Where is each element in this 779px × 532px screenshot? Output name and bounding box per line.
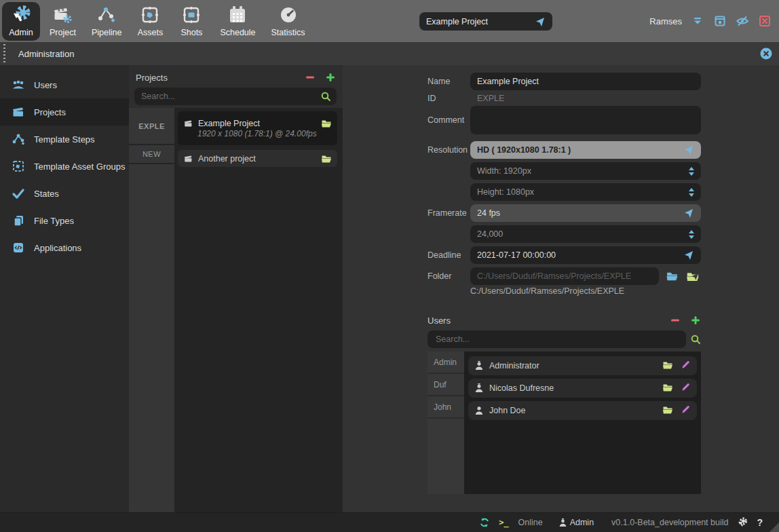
toolbar-tab-label: Statistics (271, 28, 305, 37)
current-project-selector[interactable]: Example Project (419, 12, 552, 31)
user-list-item[interactable]: John Doe (468, 401, 697, 420)
deadline-picker[interactable]: 2021-07-17 00:00:00 (470, 246, 701, 264)
daemon-status-label: Online (518, 518, 543, 527)
resolution-dropdown[interactable]: HD ( 1920x1080 1.78:1 ) (470, 141, 701, 159)
toolbar-tab-schedule[interactable]: Schedule (214, 2, 261, 41)
shot-frame-icon (181, 5, 202, 28)
pencil-icon (681, 404, 691, 415)
dropdown-cursor-icon (683, 208, 694, 218)
spin-down-arrow[interactable] (689, 235, 694, 239)
toolbar-tab-shots[interactable]: Shots (172, 2, 210, 41)
comment-input[interactable] (470, 106, 701, 134)
console-button[interactable]: >_ (499, 517, 510, 528)
help-button[interactable]: ? (757, 517, 763, 528)
open-folder-button[interactable] (685, 269, 701, 283)
projects-list-panel: Projects (129, 65, 343, 512)
main-toolbar: Admin Project (0, 0, 779, 42)
resize-grip[interactable] (770, 522, 779, 532)
spin-up-arrow[interactable] (689, 230, 694, 233)
sidebar-item-projects[interactable]: Projects (0, 98, 129, 126)
open-user-folder-button[interactable] (662, 405, 673, 417)
user-icon (558, 518, 567, 527)
width-spinbox[interactable]: Width: 1920px (470, 162, 701, 180)
admin-gear-arrow-icon (11, 5, 31, 28)
minus-icon (670, 315, 681, 326)
open-user-folder-button[interactable] (662, 360, 673, 372)
version-label: v0.1.0-Beta_development build (611, 518, 728, 527)
sidebar-item-template-steps[interactable]: Template Steps (0, 126, 129, 153)
user-item-name: John Doe (489, 406, 526, 415)
project-edit-panel: Name ID EXPLE Comment Resolution (343, 65, 779, 512)
window-tray-icon (714, 15, 726, 27)
asset-frame-icon (140, 5, 160, 28)
checkmark-icon (11, 187, 26, 200)
resolution-label: Resolution (428, 145, 470, 155)
search-icon (320, 91, 331, 102)
projects-search-input[interactable] (140, 91, 316, 102)
edit-user-button[interactable] (681, 404, 691, 417)
sidebar-item-users[interactable]: Users (0, 71, 129, 98)
folder-icon (321, 119, 332, 128)
name-label: Name (428, 77, 470, 86)
user-row-header[interactable]: John (428, 396, 464, 419)
height-spinbox[interactable]: Height: 1080px (470, 183, 701, 201)
spin-up-arrow[interactable] (689, 188, 694, 191)
quit-button[interactable] (758, 14, 772, 28)
add-project-button[interactable] (325, 72, 336, 83)
toolbar-tab-label: Assets (138, 28, 164, 37)
framerate-dropdown[interactable]: 24 fps (470, 204, 701, 222)
project-row-header[interactable]: NEW (129, 145, 174, 164)
open-user-folder-button[interactable] (662, 383, 673, 394)
folder-icon (662, 383, 673, 392)
edit-user-button[interactable] (681, 360, 691, 372)
users-list: Admin Duf John Administrator (428, 352, 701, 494)
admin-user-icon (474, 383, 484, 393)
hide-button[interactable] (736, 14, 749, 28)
toolbar-tab-pipeline[interactable]: Pipeline (86, 2, 128, 41)
administration-dock-titlebar: Administration (0, 42, 779, 65)
framerate-spinbox[interactable]: 24,000 (470, 225, 701, 243)
sidebar-item-states[interactable]: States (0, 180, 129, 207)
toolbar-tab-project[interactable]: Project (43, 2, 82, 41)
open-project-folder-button[interactable] (321, 119, 332, 128)
toolbar-user-area: Ramses (649, 14, 772, 28)
circle-close-icon (760, 48, 772, 60)
edit-user-button[interactable] (681, 382, 691, 394)
height-value: Height: 1080px (477, 187, 534, 197)
remove-user-button[interactable] (670, 315, 681, 326)
toolbar-tab-statistics[interactable]: Statistics (265, 2, 311, 41)
browse-folder-button[interactable] (664, 269, 679, 283)
sidebar-item-applications[interactable]: Applications (0, 234, 129, 261)
toolbar-tab-assets[interactable]: Assets (131, 2, 169, 41)
user-list-item[interactable]: Nicolas Dufresne (468, 379, 697, 398)
admin-sidebar: Users Projects (0, 65, 129, 512)
toolbar-tab-admin[interactable]: Admin (2, 2, 40, 41)
remove-project-button[interactable] (305, 72, 316, 83)
spin-down-arrow[interactable] (689, 172, 694, 176)
sidebar-item-file-types[interactable]: File Types (0, 207, 129, 234)
settings-button[interactable] (737, 517, 748, 528)
spin-up-arrow[interactable] (689, 167, 694, 170)
folder-input[interactable] (470, 267, 659, 285)
current-user-button[interactable]: Admin (558, 518, 594, 527)
refresh-button[interactable] (479, 517, 490, 528)
toolbar-tab-label: Admin (9, 28, 33, 37)
users-search-input[interactable] (434, 334, 679, 345)
project-row-header[interactable]: EXPLE (129, 108, 174, 145)
nodes-icon (11, 132, 26, 146)
project-list-item[interactable]: Another project (178, 150, 337, 167)
spin-down-arrow[interactable] (689, 193, 694, 197)
name-input[interactable] (470, 73, 701, 90)
add-user-button[interactable] (690, 315, 701, 326)
user-menu-button[interactable] (691, 14, 704, 28)
sidebar-item-template-asset-groups[interactable]: Template Asset Groups (0, 153, 129, 180)
project-list-item[interactable]: Example Project 1920 x 1080 (1.78:1) @ 2… (178, 111, 337, 145)
tray-button[interactable] (713, 14, 727, 28)
user-row-header[interactable]: Duf (428, 374, 464, 396)
dock-close-button[interactable] (760, 48, 772, 60)
project-item-details: 1920 x 1080 (1.78:1) @ 24.00fps (197, 129, 332, 138)
user-list-item[interactable]: Administrator (468, 356, 697, 375)
user-row-header[interactable]: Admin (428, 352, 464, 374)
dock-drag-handle[interactable] (3, 44, 5, 63)
open-project-folder-button[interactable] (321, 154, 332, 164)
